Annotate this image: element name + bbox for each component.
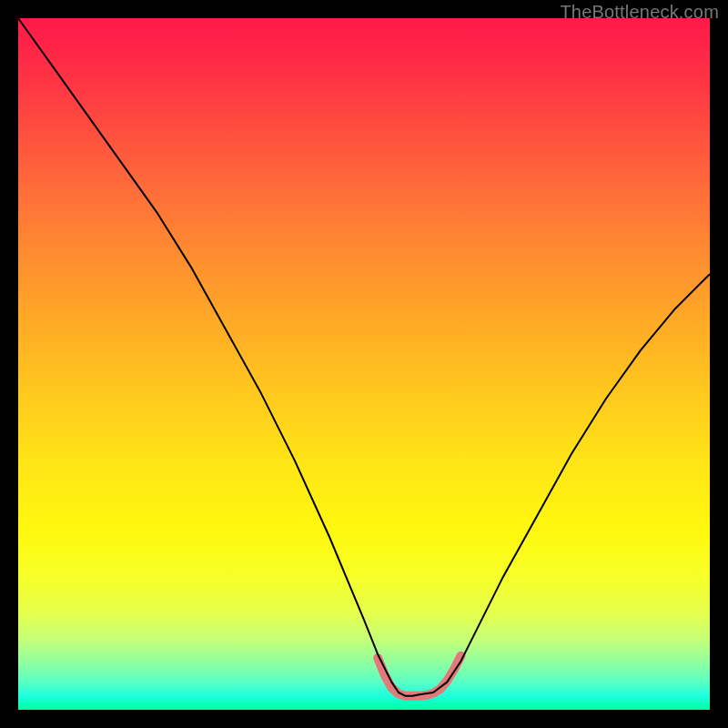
chart-svg	[18, 18, 710, 710]
watermark-text: TheBottleneck.com	[560, 2, 719, 23]
bottom-highlight-curve	[378, 656, 460, 696]
main-curve	[18, 18, 710, 696]
chart-frame: TheBottleneck.com	[0, 0, 728, 728]
